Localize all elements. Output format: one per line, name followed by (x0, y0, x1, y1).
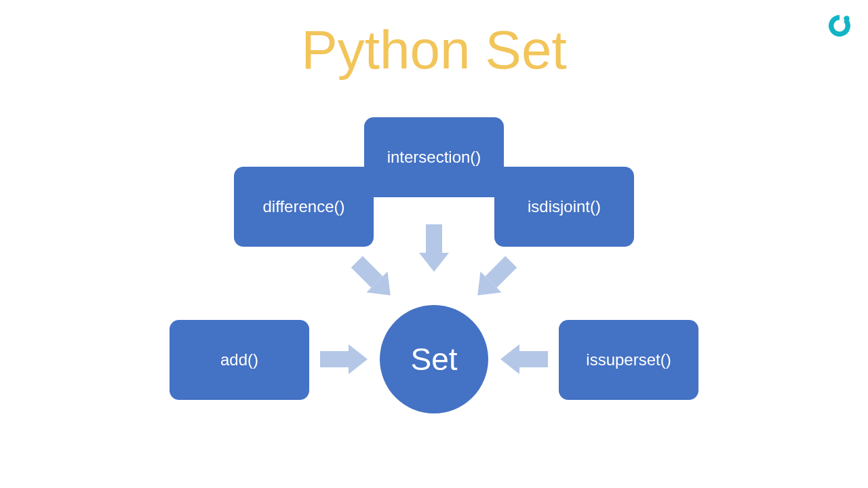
node-label: intersection() (387, 148, 481, 167)
node-intersection: intersection() (364, 117, 504, 197)
node-label: add() (220, 350, 258, 369)
arrow-intersection-to-set (419, 224, 449, 272)
node-issuperset: issuperset() (559, 320, 698, 400)
node-add: add() (170, 320, 309, 400)
center-node-set: Set (380, 305, 488, 413)
node-label: isdisjoint() (528, 197, 601, 216)
node-label: issuperset() (586, 350, 671, 369)
arrow-add-to-set (320, 344, 368, 374)
arrow-difference-to-set (347, 251, 401, 306)
node-difference: difference() (234, 167, 374, 247)
arrow-isdisjoint-to-set (467, 251, 522, 306)
node-isdisjoint: isdisjoint() (494, 167, 634, 247)
arrow-issuperset-to-set (500, 344, 548, 374)
node-label: difference() (263, 197, 345, 216)
page-title: Python Set (0, 19, 868, 81)
center-label: Set (410, 341, 457, 378)
